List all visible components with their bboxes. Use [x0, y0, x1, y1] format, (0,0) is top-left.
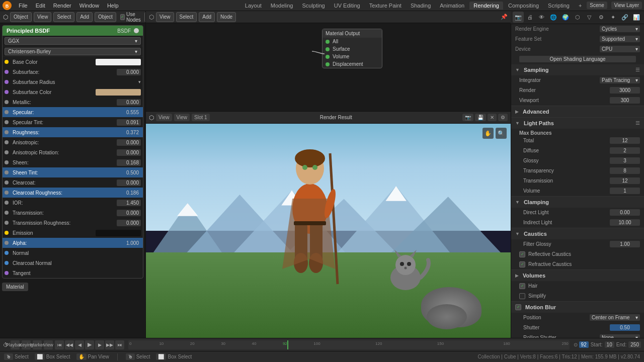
node-view-btn[interactable]: View — [156, 12, 174, 22]
select-btn[interactable]: Select — [53, 12, 74, 22]
marker-btn[interactable]: Marker — [33, 340, 42, 349]
prev-keyframe-btn[interactable]: ◀ — [75, 340, 84, 349]
prop-icon-scene[interactable]: 🌐 — [548, 12, 559, 23]
caustics-header[interactable]: ▼ Caustics — [511, 228, 644, 239]
play-btn[interactable]: ▶ — [85, 340, 94, 349]
prop-icon-constraints[interactable]: 🔗 — [619, 12, 630, 23]
workspace-shading[interactable]: Shading — [407, 2, 435, 10]
volumes-header[interactable]: ▶ Volumes — [511, 270, 644, 281]
material-tab[interactable]: Material — [2, 283, 28, 291]
start-frame-value[interactable]: 10 — [605, 341, 614, 348]
view-btn[interactable]: View — [34, 12, 52, 22]
prop-icon-particles[interactable]: ✦ — [607, 12, 618, 23]
menu-edit[interactable]: Edit — [32, 2, 49, 10]
view-layer-selector[interactable]: View Layer — [611, 2, 642, 9]
direct-light-value[interactable]: 0.00 — [610, 209, 640, 216]
workspace-texture-paint[interactable]: Texture Paint — [365, 2, 406, 10]
christensen-dropdown[interactable]: Christensen-Burley▾ — [5, 48, 141, 55]
menu-file[interactable]: File — [15, 2, 31, 10]
position-dropdown[interactable]: Center on Frame▾ — [590, 314, 640, 321]
diffuse-bounces-value[interactable]: 2 — [610, 147, 640, 154]
menu-help[interactable]: Help — [104, 2, 122, 10]
prop-icon-view[interactable]: 👁 — [536, 12, 547, 23]
glossy-bounces-value[interactable]: 3 — [610, 157, 640, 164]
object-mode-btn[interactable]: Object — [10, 12, 32, 22]
viewport-slot-btn[interactable]: Slot 1 — [192, 114, 210, 121]
workspace-compositing[interactable]: Compositing — [504, 2, 543, 10]
workspace-rendering[interactable]: Rendering — [469, 2, 503, 10]
prop-subsurface-radius[interactable]: Subsurface Radius ▾ — [3, 77, 143, 87]
hair-checkbox[interactable]: ✓ — [519, 283, 525, 289]
light-paths-header[interactable]: ▼ Light Paths ☰ — [511, 118, 644, 129]
main-viewport[interactable]: ✋ 🔍 — [146, 124, 511, 338]
prop-icon-render[interactable]: 📷 — [513, 12, 524, 23]
node-pin2-icon[interactable]: 📌 — [501, 14, 508, 20]
mat-output-header[interactable]: Material Output — [323, 29, 382, 38]
clamping-header[interactable]: ▼ Clamping — [511, 197, 644, 208]
next-keyframe-btn[interactable]: ▶ — [95, 340, 104, 349]
volume-bounces-value[interactable]: 1 — [610, 188, 640, 194]
simplify-checkbox[interactable]: ✓ — [519, 293, 525, 299]
add-workspace-button[interactable]: + — [575, 2, 586, 10]
device-dropdown[interactable]: CPU▾ — [600, 46, 640, 52]
node-add-btn[interactable]: Add — [199, 12, 215, 22]
scene-selector[interactable]: Scene — [587, 2, 607, 9]
playback-btn[interactable]: Playback — [11, 340, 20, 349]
use-nodes-checkbox[interactable]: ✓ — [120, 14, 125, 20]
skip-start-btn[interactable]: ⏮ — [55, 340, 64, 349]
menu-render[interactable]: Render — [50, 2, 75, 10]
node-obj-btn[interactable]: Object — [95, 12, 116, 22]
node-select-btn[interactable]: Select — [176, 12, 197, 22]
total-bounces-value[interactable]: 12 — [610, 137, 640, 144]
filter-glossy-value[interactable]: 1.00 — [610, 241, 640, 247]
prop-icon-world[interactable]: 🌍 — [560, 12, 571, 23]
render-icon-save[interactable]: 💾 — [475, 114, 486, 121]
transmission-bounces-value[interactable]: 12 — [610, 177, 640, 184]
feature-set-dropdown[interactable]: Supported▾ — [600, 36, 640, 42]
workspace-layout[interactable]: Layout — [241, 2, 266, 10]
prop-icon-object[interactable]: ⬡ — [572, 12, 583, 23]
reflective-caustics-checkbox[interactable]: ✓ — [519, 251, 525, 257]
ggx-dropdown[interactable]: GGX▾ — [5, 37, 141, 45]
rolling-shutter-dropdown[interactable]: None▾ — [600, 334, 640, 338]
motion-blur-checkbox[interactable]: ✓ — [515, 304, 521, 310]
bsdf-header[interactable]: Principled BSDF BSDF — [3, 26, 143, 36]
next-frame-btn[interactable]: ▶▶ — [105, 340, 114, 349]
shutter-value[interactable]: 0.50 — [610, 324, 640, 331]
node-material-btn[interactable]: Node — [217, 12, 236, 22]
prop-icon-material[interactable]: ⚙ — [596, 12, 607, 23]
viewport-zoom-icon[interactable]: 🔍 — [496, 128, 507, 139]
render-engine-dropdown[interactable]: Cycles▾ — [600, 26, 640, 32]
advanced-header[interactable]: ▶ Advanced — [511, 106, 644, 117]
workspace-animation[interactable]: Animation — [436, 2, 468, 10]
timeline-track[interactable]: 0 10 20 30 40 92 100 120 150 180 250 — [128, 340, 570, 349]
sampling-header[interactable]: ▼ Sampling ☰ — [511, 64, 644, 75]
integrator-dropdown[interactable]: Path Tracing▾ — [600, 77, 640, 83]
keying-btn[interactable]: Keying — [22, 340, 31, 349]
open-shading-btn[interactable]: Open Shading Language — [519, 56, 636, 62]
viewport-samples-value[interactable]: 300 — [610, 97, 640, 104]
prev-frame-btn[interactable]: ◀◀ — [65, 340, 74, 349]
viewport-hand-icon[interactable]: ✋ — [482, 128, 494, 139]
prop-icon-data[interactable]: 📊 — [631, 12, 642, 23]
indirect-light-value[interactable]: 10.00 — [610, 219, 640, 226]
menu-window[interactable]: Window — [76, 2, 103, 10]
prop-icon-output[interactable]: 🖨 — [525, 12, 536, 23]
viewport-view2-btn[interactable]: View — [174, 114, 190, 121]
refractive-caustics-checkbox[interactable]: ✓ — [519, 261, 525, 267]
workspace-scripting[interactable]: Scripting — [544, 2, 574, 10]
workspace-sculpting[interactable]: Sculpting — [298, 2, 329, 10]
render-icon-close[interactable]: ✕ — [488, 114, 497, 121]
motion-blur-header[interactable]: ✓ Motion Blur — [511, 302, 644, 313]
workspace-modeling[interactable]: Modeling — [267, 2, 297, 10]
timeline-view-btn[interactable]: View — [44, 340, 53, 349]
skip-end-btn[interactable]: ⏭ — [115, 340, 124, 349]
viewport-view-btn[interactable]: View — [156, 114, 172, 121]
prop-icon-mesh[interactable]: ▽ — [584, 12, 595, 23]
add-btn[interactable]: Add — [76, 12, 93, 22]
end-frame-value[interactable]: 250 — [628, 341, 641, 348]
render-icon-settings[interactable]: ⚙ — [498, 114, 508, 121]
render-icon-camera[interactable]: 📷 — [462, 114, 473, 121]
render-samples-value[interactable]: 3000 — [610, 87, 640, 94]
transparency-bounces-value[interactable]: 8 — [610, 167, 640, 174]
